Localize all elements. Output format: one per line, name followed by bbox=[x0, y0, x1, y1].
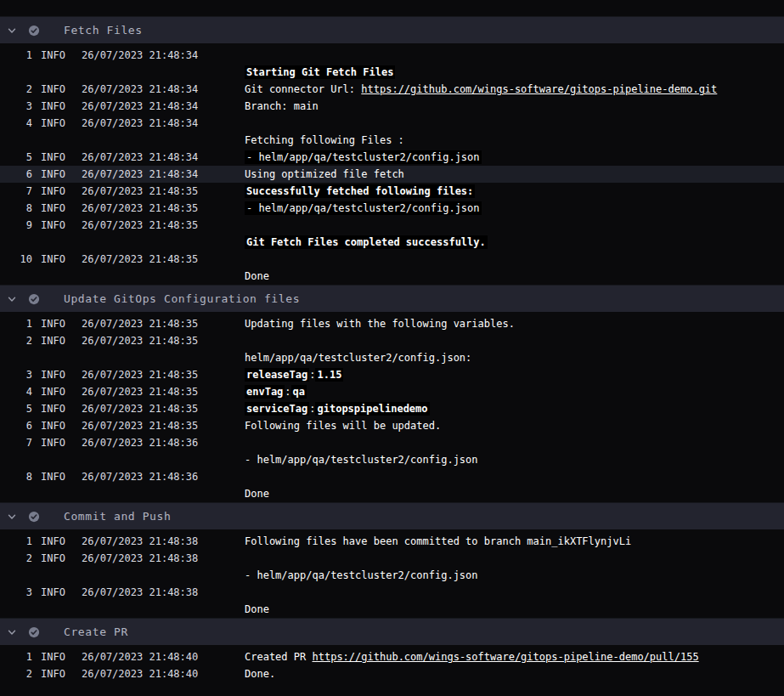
log-timestamp: 26/07/2023 21:48:35 bbox=[82, 200, 245, 217]
log-level bbox=[32, 451, 82, 468]
log-message: Done bbox=[245, 485, 784, 502]
log-level bbox=[32, 234, 82, 251]
log-level: INFO bbox=[32, 183, 82, 200]
line-number: 7 bbox=[0, 434, 32, 451]
log-timestamp bbox=[82, 349, 245, 366]
line-number: 1 bbox=[0, 315, 32, 332]
log-timestamp bbox=[82, 64, 245, 81]
log-level: INFO bbox=[32, 332, 82, 349]
log-level bbox=[32, 485, 82, 502]
log-message: Starting Git Fetch Files bbox=[245, 64, 784, 81]
log-line: 8 INFO 26/07/2023 21:48:35 - helm/app/qa… bbox=[0, 200, 784, 217]
log-message: Updating files with the following variab… bbox=[245, 315, 784, 332]
log-timestamp: 26/07/2023 21:48:40 bbox=[82, 665, 245, 682]
log-message: - helm/app/qa/testcluster2/config.json bbox=[245, 200, 784, 217]
log-level bbox=[32, 567, 82, 584]
check-circle-icon bbox=[28, 293, 40, 305]
log-timestamp: 26/07/2023 21:48:35 bbox=[82, 217, 245, 234]
line-number bbox=[0, 234, 32, 251]
log-line: Starting Git Fetch Files bbox=[0, 64, 784, 81]
section-header-fetch-files[interactable]: Fetch Files bbox=[0, 16, 784, 43]
log-level: INFO bbox=[32, 648, 82, 665]
log-section: Create PR 1 INFO 26/07/2023 21:48:40 Cre… bbox=[0, 618, 784, 682]
chevron-down-icon[interactable] bbox=[7, 25, 17, 36]
log-level: INFO bbox=[32, 315, 82, 332]
log-highlight-chip: releaseTag bbox=[245, 368, 309, 382]
line-number: 5 bbox=[0, 149, 32, 166]
log-message: Done. bbox=[245, 665, 784, 682]
log-line: 7 INFO 26/07/2023 21:48:36 bbox=[0, 434, 784, 451]
log-message: Successfully fetched following files: bbox=[245, 183, 784, 200]
log-line: Done bbox=[0, 601, 784, 618]
section-body: 1 INFO 26/07/2023 21:48:40 Created PR ht… bbox=[0, 645, 784, 682]
log-timestamp bbox=[82, 601, 245, 618]
log-highlight-chip: 1.15 bbox=[315, 368, 343, 382]
log-line: 4 INFO 26/07/2023 21:48:34 bbox=[0, 115, 784, 132]
log-level: INFO bbox=[32, 166, 82, 183]
log-text: Created PR bbox=[245, 651, 312, 663]
line-number bbox=[0, 567, 32, 584]
line-number: 3 bbox=[0, 584, 32, 601]
log-timestamp: 26/07/2023 21:48:34 bbox=[82, 149, 245, 166]
log-highlight-chip: envTag bbox=[245, 385, 285, 399]
chevron-down-icon[interactable] bbox=[7, 627, 17, 637]
log-link[interactable]: https://github.com/wings-software/gitops… bbox=[312, 651, 698, 663]
log-highlight-chip: gitopspipelinedemo bbox=[315, 402, 429, 416]
log-level: INFO bbox=[32, 417, 82, 434]
log-highlight-chip: Git Fetch Files completed successfully. bbox=[245, 235, 488, 249]
log-message: - helm/app/qa/testcluster2/config.json bbox=[245, 451, 784, 468]
line-number bbox=[0, 451, 32, 468]
log-message bbox=[245, 550, 784, 567]
log-level: INFO bbox=[32, 400, 82, 417]
log-timestamp: 26/07/2023 21:48:34 bbox=[82, 81, 245, 98]
line-number: 5 bbox=[0, 400, 32, 417]
log-message bbox=[245, 217, 784, 234]
log-level: INFO bbox=[32, 584, 82, 601]
log-highlight-chip: Starting Git Fetch Files bbox=[245, 65, 395, 79]
line-number bbox=[0, 64, 32, 81]
log-message: releaseTag:1.15 bbox=[245, 366, 784, 383]
section-header-create-pr[interactable]: Create PR bbox=[0, 618, 784, 645]
log-message: helm/app/qa/testcluster2/config.json: bbox=[245, 349, 784, 366]
check-circle-icon bbox=[28, 511, 40, 523]
section-header-update-gitops-configuration-files[interactable]: Update GitOps Configuration files bbox=[0, 285, 784, 312]
log-text: Following files have been committed to b… bbox=[245, 535, 631, 547]
log-line: 5 INFO 26/07/2023 21:48:35 serviceTag:gi… bbox=[0, 400, 784, 417]
log-text: Done bbox=[245, 488, 269, 500]
log-message bbox=[245, 251, 784, 268]
log-link[interactable]: https://github.com/wings-software/gitops… bbox=[361, 83, 717, 95]
log-level: INFO bbox=[32, 47, 82, 64]
chevron-down-icon[interactable] bbox=[7, 512, 17, 522]
section-title: Commit and Push bbox=[64, 510, 171, 523]
log-message: Fetching following Files : bbox=[245, 132, 784, 149]
section-body: 1 INFO 26/07/2023 21:48:34 Starting Git … bbox=[0, 43, 784, 285]
log-timestamp bbox=[82, 567, 245, 584]
log-text: : bbox=[285, 386, 290, 398]
chevron-down-icon[interactable] bbox=[7, 294, 17, 304]
log-timestamp: 26/07/2023 21:48:38 bbox=[82, 550, 245, 567]
log-text: Fetching following Files : bbox=[245, 134, 404, 146]
log-level bbox=[32, 601, 82, 618]
line-number: 8 bbox=[0, 468, 32, 485]
log-message: Done bbox=[245, 601, 784, 618]
log-text: Updating files with the following variab… bbox=[245, 318, 515, 330]
line-number: 2 bbox=[0, 81, 32, 98]
log-message: - helm/app/qa/testcluster2/config.json bbox=[245, 567, 784, 584]
section-header-commit-and-push[interactable]: Commit and Push bbox=[0, 502, 784, 529]
log-line: 3 INFO 26/07/2023 21:48:35 releaseTag:1.… bbox=[0, 366, 784, 383]
log-text: Git connector Url: bbox=[245, 83, 361, 95]
log-text: - helm/app/qa/testcluster2/config.json bbox=[245, 454, 478, 466]
log-level: INFO bbox=[32, 98, 82, 115]
log-timestamp: 26/07/2023 21:48:36 bbox=[82, 468, 245, 485]
log-line: Fetching following Files : bbox=[0, 132, 784, 149]
line-number: 3 bbox=[0, 98, 32, 115]
log-timestamp: 26/07/2023 21:48:35 bbox=[82, 251, 245, 268]
log-line: 10 INFO 26/07/2023 21:48:35 bbox=[0, 251, 784, 268]
log-line: 1 INFO 26/07/2023 21:48:34 bbox=[0, 47, 784, 64]
log-timestamp bbox=[82, 485, 245, 502]
line-number bbox=[0, 349, 32, 366]
log-line: 8 INFO 26/07/2023 21:48:36 bbox=[0, 468, 784, 485]
check-circle-icon bbox=[28, 25, 40, 37]
line-number: 1 bbox=[0, 533, 32, 550]
log-timestamp: 26/07/2023 21:48:35 bbox=[82, 366, 245, 383]
